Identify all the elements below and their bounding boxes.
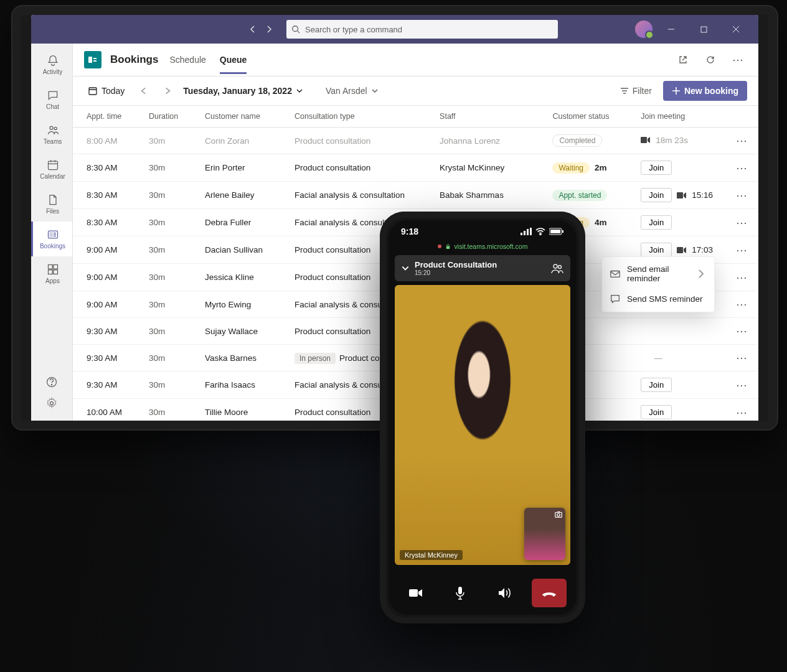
svg-point-50 <box>557 513 560 516</box>
rail-chat[interactable]: Chat <box>31 82 72 117</box>
join-button[interactable]: Join <box>641 243 672 257</box>
cell-type: Facial analysis & consultation <box>287 182 432 209</box>
svg-rect-46 <box>446 246 449 249</box>
cell-join: Join <box>633 371 725 399</box>
row-more-button[interactable]: ⋯ <box>736 134 748 147</box>
refresh-icon[interactable] <box>701 50 720 69</box>
search-input[interactable]: Search or type a command <box>286 20 558 39</box>
svg-rect-37 <box>611 271 620 278</box>
battery-icon <box>549 228 564 235</box>
row-more-button[interactable]: ⋯ <box>736 244 748 256</box>
nav-forward-button[interactable] <box>262 22 276 37</box>
mic-toggle-button[interactable] <box>443 579 478 607</box>
col-time[interactable]: Appt. time <box>73 106 141 128</box>
more-icon[interactable]: ⋯ <box>728 50 747 69</box>
svg-rect-17 <box>48 265 52 269</box>
calendar-icon <box>88 86 98 96</box>
in-person-tag: In person <box>295 353 336 364</box>
row-more-button[interactable]: ⋯ <box>736 298 748 310</box>
nav-back-button[interactable] <box>245 22 260 37</box>
popout-icon[interactable] <box>674 50 692 69</box>
rail-activity[interactable]: Activity <box>31 47 72 82</box>
row-more-button[interactable]: ⋯ <box>736 189 748 202</box>
svg-point-47 <box>554 264 557 268</box>
svg-point-0 <box>293 26 298 32</box>
svg-rect-3 <box>701 27 707 32</box>
join-button[interactable]: Join <box>641 405 672 419</box>
date-picker[interactable]: Tuesday, January 18, 2022 <box>183 86 303 96</box>
date-next-button[interactable] <box>159 84 176 98</box>
cell-time: 9:30 AM <box>73 371 141 399</box>
window-close-button[interactable] <box>722 15 750 44</box>
help-icon[interactable] <box>45 376 58 388</box>
svg-rect-39 <box>524 231 525 235</box>
camera-toggle-button[interactable] <box>398 579 433 607</box>
join-button[interactable]: Join <box>641 215 672 230</box>
filter-button[interactable]: Filter <box>616 83 656 98</box>
cell-status: Waiting2m <box>545 154 633 182</box>
participants-icon[interactable] <box>550 263 564 274</box>
phone-status-icons <box>521 228 564 235</box>
svg-line-1 <box>298 31 300 34</box>
table-row[interactable]: 8:30 AM30mArlene BaileyFacial analysis &… <box>73 182 758 209</box>
video-feed[interactable]: Krystal McKinney <box>395 285 570 565</box>
cell-customer: Sujay Wallace <box>197 318 287 345</box>
join-button[interactable]: Join <box>641 161 672 175</box>
col-duration[interactable]: Duration <box>141 106 197 128</box>
window-maximize-button[interactable] <box>690 15 717 44</box>
self-video-pip[interactable] <box>524 508 565 560</box>
table-row[interactable]: 8:30 AM30mErin PorterProduct consultatio… <box>73 154 758 182</box>
chevron-down-icon <box>296 87 303 95</box>
rail-calendar[interactable]: Calendar <box>31 152 72 187</box>
col-type[interactable]: Consultation type <box>287 106 432 128</box>
call-title: Product Consultation <box>415 260 545 269</box>
meeting-elapsed: 18m 23s <box>641 136 688 145</box>
row-more-button[interactable]: ⋯ <box>736 271 748 284</box>
speaker-button[interactable] <box>488 579 522 607</box>
menu-send-email[interactable]: Send email reminder <box>602 259 714 288</box>
today-button[interactable]: Today <box>84 83 128 98</box>
rail-bookings[interactable]: Bookings <box>31 222 72 256</box>
plus-icon <box>672 86 681 95</box>
wifi-icon <box>535 228 545 235</box>
svg-rect-20 <box>53 270 57 274</box>
col-staff[interactable]: Staff <box>432 106 545 128</box>
join-button[interactable]: Join <box>641 378 672 392</box>
new-booking-button[interactable]: New booking <box>663 81 747 101</box>
wait-time: 2m <box>595 163 607 172</box>
tab-schedule[interactable]: Schedule <box>169 46 205 74</box>
flip-camera-icon <box>554 510 563 519</box>
phone-url-bar: visit.teams.microsoft.com <box>389 243 577 253</box>
chevron-down-icon <box>401 264 410 273</box>
cell-time: 8:00 AM <box>73 128 141 154</box>
window-minimize-button[interactable] <box>657 15 685 44</box>
cell-staff: Johanna Lorenz <box>432 128 545 154</box>
menu-send-sms[interactable]: Send SMS reminder <box>602 288 714 309</box>
cell-customer: Arlene Bailey <box>197 182 287 209</box>
row-more-button[interactable]: ⋯ <box>736 162 748 174</box>
row-more-button[interactable]: ⋯ <box>736 325 748 337</box>
call-header[interactable]: Product Consultation 15:20 <box>395 255 570 281</box>
status-waiting: Waiting <box>552 162 590 174</box>
table-row[interactable]: 8:00 AM30mCorin ZoranProduct consultatio… <box>73 128 758 154</box>
header-tabs: Schedule Queue <box>169 46 247 74</box>
date-prev-button[interactable] <box>136 84 152 98</box>
row-more-button[interactable]: ⋯ <box>736 379 748 391</box>
col-customer[interactable]: Customer name <box>197 106 287 128</box>
join-button[interactable]: Join <box>641 188 672 202</box>
cell-join: — <box>633 345 725 371</box>
profile-avatar[interactable] <box>635 21 653 38</box>
settings-icon[interactable] <box>45 397 58 409</box>
col-join[interactable]: Join meeting <box>633 106 725 128</box>
rail-teams[interactable]: Teams <box>31 117 72 152</box>
col-status[interactable]: Customer status <box>545 106 633 128</box>
hangup-button[interactable] <box>532 579 567 607</box>
row-more-button[interactable]: ⋯ <box>736 217 748 229</box>
row-more-button[interactable]: ⋯ <box>736 352 748 364</box>
calendar-selector[interactable]: Van Arsdel <box>322 83 382 98</box>
row-more-button[interactable]: ⋯ <box>736 406 748 419</box>
rail-apps[interactable]: Apps <box>31 256 72 291</box>
rail-files[interactable]: Files <box>31 187 72 222</box>
tab-queue[interactable]: Queue <box>220 46 247 74</box>
svg-rect-18 <box>53 265 57 269</box>
